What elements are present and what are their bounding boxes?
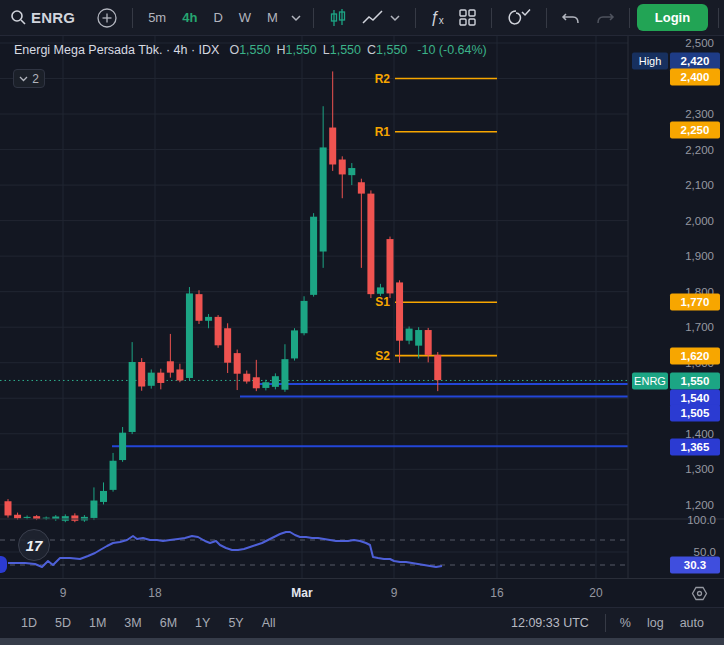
candle bbox=[205, 314, 212, 328]
candle bbox=[100, 482, 107, 504]
toolbar-divider bbox=[415, 8, 416, 28]
redo-button[interactable] bbox=[588, 5, 622, 31]
interval-chevron-button[interactable] bbox=[286, 5, 306, 31]
price-badge-2,250[interactable]: 2,250 bbox=[670, 122, 720, 139]
candle bbox=[406, 326, 413, 344]
price-badge-2,420[interactable]: 2,420 bbox=[670, 53, 720, 70]
candle bbox=[52, 515, 59, 521]
candle bbox=[148, 369, 155, 388]
candle bbox=[215, 315, 222, 348]
ohlc-label: L bbox=[323, 43, 330, 57]
clock-utc[interactable]: 12:09:33 UTC bbox=[511, 616, 599, 630]
time-tick: Mar bbox=[291, 586, 312, 600]
pivot-label-R1: R1 bbox=[375, 125, 391, 139]
collapsed-indicators-chip[interactable]: 2 bbox=[13, 69, 45, 88]
candle bbox=[434, 352, 441, 391]
candle bbox=[243, 371, 250, 384]
ohlc-value: 1,550 bbox=[285, 43, 316, 57]
svg-text:1,620: 1,620 bbox=[681, 350, 710, 362]
svg-text:1,540: 1,540 bbox=[681, 392, 710, 404]
price-tick: 1,400 bbox=[685, 428, 714, 440]
time-tick: 9 bbox=[60, 586, 67, 600]
scale-auto[interactable]: auto bbox=[672, 616, 712, 630]
price-badge-2,400[interactable]: 2,400 bbox=[670, 69, 720, 86]
candle bbox=[291, 328, 298, 360]
candle bbox=[348, 163, 355, 185]
range-3m[interactable]: 3M bbox=[115, 616, 150, 630]
svg-text:2,420: 2,420 bbox=[681, 55, 710, 67]
candle bbox=[253, 360, 260, 391]
price-tick: 1,200 bbox=[685, 499, 714, 511]
time-axis[interactable]: 918Mar91620 bbox=[0, 578, 724, 607]
chart-plot-area[interactable]: R2R1S1S22,5002,4002,3002,2002,1002,0001,… bbox=[0, 36, 724, 578]
range-6m[interactable]: 6M bbox=[151, 616, 186, 630]
price-badge-30.3[interactable]: 30.3 bbox=[670, 557, 720, 574]
price-tick: 1,700 bbox=[685, 321, 714, 333]
range-1m[interactable]: 1M bbox=[80, 616, 115, 630]
candle bbox=[358, 179, 365, 268]
candle bbox=[272, 373, 279, 389]
symbol-title: Energi Mega Persada Tbk. · 4h · IDX bbox=[14, 43, 219, 57]
undo-button[interactable] bbox=[554, 5, 588, 31]
axis-label-chip-ENRG: ENRG bbox=[632, 373, 668, 390]
time-tick: 20 bbox=[589, 586, 602, 600]
price-badge-1,505[interactable]: 1,505 bbox=[670, 405, 720, 422]
candle bbox=[387, 237, 394, 298]
price-tick: 2,500 bbox=[685, 37, 714, 49]
price-badge-1,770[interactable]: 1,770 bbox=[670, 294, 720, 311]
search-icon[interactable] bbox=[10, 9, 27, 26]
range-5d[interactable]: 5D bbox=[46, 616, 80, 630]
range-1d[interactable]: 1D bbox=[12, 616, 46, 630]
candle bbox=[396, 280, 403, 362]
interval-M[interactable]: M bbox=[259, 10, 286, 25]
ohlc-value: 1,550 bbox=[239, 43, 270, 57]
range-5y[interactable]: 5Y bbox=[219, 616, 252, 630]
line-tools-button[interactable] bbox=[355, 5, 408, 31]
range-1y[interactable]: 1Y bbox=[186, 616, 219, 630]
svg-text:1,365: 1,365 bbox=[681, 441, 710, 453]
trading-chart-app: ENRG 5m4hDWM ƒx bbox=[0, 0, 724, 645]
price-badge-1,550[interactable]: 1,550 bbox=[670, 373, 720, 390]
symbol-search-button[interactable]: ENRG bbox=[27, 9, 75, 26]
login-button[interactable]: Login bbox=[637, 4, 708, 31]
candle bbox=[415, 327, 422, 358]
toolbar-divider bbox=[629, 8, 630, 28]
interval-W[interactable]: W bbox=[231, 10, 259, 25]
svg-text:1,770: 1,770 bbox=[681, 296, 710, 308]
interval-5m[interactable]: 5m bbox=[140, 10, 174, 25]
candle bbox=[43, 517, 50, 521]
toolbar-divider bbox=[313, 8, 314, 28]
ohlc-label: C bbox=[367, 43, 376, 57]
svg-text:1,505: 1,505 bbox=[681, 407, 710, 419]
svg-text:1,550: 1,550 bbox=[681, 375, 710, 387]
chart-settings-hexagon-icon[interactable] bbox=[691, 585, 708, 602]
compare-add-symbol-button[interactable] bbox=[89, 5, 125, 31]
candle bbox=[157, 369, 164, 390]
candle bbox=[167, 334, 174, 378]
scale-%[interactable]: % bbox=[612, 616, 639, 630]
chart-style-candles-button[interactable] bbox=[321, 5, 355, 31]
layout-grid-button[interactable] bbox=[451, 5, 484, 31]
candle bbox=[310, 213, 317, 296]
price-badge-1,540[interactable]: 1,540 bbox=[670, 390, 720, 407]
candle bbox=[425, 328, 432, 362]
candle bbox=[377, 284, 384, 296]
price-badge-1,365[interactable]: 1,365 bbox=[670, 439, 720, 456]
tradingview-logo-watermark[interactable]: 17 bbox=[18, 529, 50, 561]
range-all[interactable]: All bbox=[253, 616, 285, 630]
indicators-fx-button[interactable]: ƒx bbox=[423, 5, 451, 31]
candle bbox=[119, 427, 126, 462]
toolbar-divider bbox=[718, 8, 719, 28]
candle bbox=[281, 344, 288, 392]
interval-D[interactable]: D bbox=[205, 10, 230, 25]
price-tick: 2,000 bbox=[685, 215, 714, 227]
scale-log[interactable]: log bbox=[639, 616, 672, 630]
chart-legend[interactable]: Energi Mega Persada Tbk. · 4h · IDX O1,5… bbox=[14, 43, 487, 57]
toolbar-divider bbox=[605, 614, 606, 632]
pivot-label-S2: S2 bbox=[375, 349, 390, 363]
svg-text:2,400: 2,400 bbox=[681, 71, 710, 83]
draw-check-icon-button[interactable] bbox=[499, 5, 539, 31]
price-badge-1,620[interactable]: 1,620 bbox=[670, 348, 720, 365]
interval-4h[interactable]: 4h bbox=[174, 10, 205, 25]
window-bottom-strip bbox=[0, 638, 724, 645]
